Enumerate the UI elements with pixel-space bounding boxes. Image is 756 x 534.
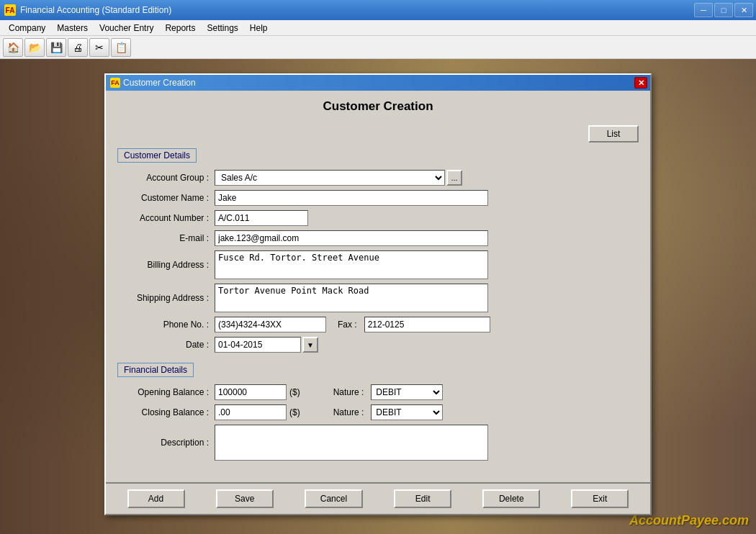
customer-name-row: Customer Name : <box>117 190 639 206</box>
account-number-input[interactable] <box>215 210 308 226</box>
opening-nature-wrapper: Nature : DEBIT CREDIT <box>305 384 444 400</box>
menu-help[interactable]: Help <box>244 22 274 35</box>
phone-input[interactable] <box>215 317 326 332</box>
description-row: Description : <box>117 425 639 461</box>
cancel-button[interactable]: Cancel <box>305 489 363 508</box>
description-input[interactable] <box>215 425 488 461</box>
delete-button[interactable]: Delete <box>482 489 540 508</box>
toolbar-open-button[interactable]: 📂 <box>24 38 45 57</box>
closing-balance-wrapper: ($) Nature : DEBIT CREDIT <box>215 404 443 420</box>
financial-details-section: Financial Details Opening Balance : ($) … <box>117 363 639 461</box>
closing-nature-wrapper: Nature : DEBIT CREDIT <box>305 404 444 420</box>
dialog-app-icon: FA <box>110 78 120 88</box>
opening-nature-select[interactable]: DEBIT CREDIT <box>371 384 443 400</box>
account-group-select[interactable]: Sales A/c Purchase A/c Cash A/c <box>215 170 445 186</box>
account-number-row: Account Number : <box>117 210 639 226</box>
closing-dollar-sign: ($) <box>289 407 300 417</box>
customer-details-label: Customer Details <box>117 148 197 163</box>
account-group-browse-button[interactable]: ... <box>446 170 462 186</box>
dialog-overlay: FA Customer Creation ✕ Customer Creation… <box>0 59 756 534</box>
maximize-button[interactable]: □ <box>714 3 733 17</box>
closing-balance-row: Closing Balance : ($) Nature : DEBIT CRE… <box>117 404 639 420</box>
account-group-select-wrapper: Sales A/c Purchase A/c Cash A/c ... <box>215 170 462 186</box>
dialog-title-text: Customer Creation <box>123 78 196 88</box>
dialog-body: Customer Creation List Customer Details … <box>106 91 650 482</box>
account-group-label: Account Group : <box>117 173 215 183</box>
fax-input[interactable] <box>364 317 490 332</box>
menu-company[interactable]: Company <box>3 22 51 35</box>
main-area: FA Customer Creation ✕ Customer Creation… <box>0 59 756 534</box>
menu-masters[interactable]: Masters <box>51 22 94 35</box>
dialog-heading: Customer Creation <box>117 99 639 114</box>
list-button[interactable]: List <box>588 125 639 142</box>
financial-details-label: Financial Details <box>117 363 194 377</box>
date-picker-button[interactable]: ▼ <box>302 337 318 353</box>
save-button[interactable]: Save <box>216 489 274 508</box>
title-bar-left: FA Financial Accounting (Standard Editio… <box>4 4 171 16</box>
fax-label: Fax : <box>338 320 357 330</box>
customer-name-input[interactable] <box>215 190 488 206</box>
menu-settings[interactable]: Settings <box>201 22 243 35</box>
email-label: E-mail : <box>117 233 215 243</box>
dialog-title-bar: FA Customer Creation ✕ <box>106 75 650 91</box>
email-row: E-mail : <box>117 230 639 246</box>
opening-balance-input[interactable] <box>215 384 287 400</box>
add-button[interactable]: Add <box>127 489 185 508</box>
opening-nature-label: Nature : <box>333 387 364 397</box>
closing-nature-label: Nature : <box>333 407 364 417</box>
shipping-address-input[interactable]: Tortor Avenue Point Mack Road <box>215 284 488 312</box>
shipping-address-label: Shipping Address : <box>117 293 215 303</box>
toolbar-home-button[interactable]: 🏠 <box>3 38 23 57</box>
edit-button[interactable]: Edit <box>394 489 451 508</box>
toolbar-cut-button[interactable]: ✂ <box>89 38 109 57</box>
account-group-row: Account Group : Sales A/c Purchase A/c C… <box>117 170 639 186</box>
billing-address-label: Billing Address : <box>117 260 215 270</box>
customer-creation-dialog: FA Customer Creation ✕ Customer Creation… <box>104 73 652 515</box>
toolbar-save-button[interactable]: 💾 <box>46 38 66 57</box>
closing-balance-input[interactable] <box>215 404 287 420</box>
menu-reports[interactable]: Reports <box>159 22 201 35</box>
app-close-button[interactable]: ✕ <box>734 3 753 17</box>
opening-balance-wrapper: ($) Nature : DEBIT CREDIT <box>215 384 443 400</box>
app-title: Financial Accounting (Standard Edition) <box>20 5 171 15</box>
phone-fax-row: Phone No. : Fax : <box>117 317 639 332</box>
title-bar-controls: ─ □ ✕ <box>694 3 753 17</box>
exit-button[interactable]: Exit <box>571 489 629 508</box>
dialog-title-left: FA Customer Creation <box>110 78 196 88</box>
toolbar-print-button[interactable]: 🖨 <box>68 38 88 57</box>
dialog-close-button[interactable]: ✕ <box>634 77 647 89</box>
billing-address-input[interactable]: Fusce Rd. Tortor. Street Avenue <box>215 250 488 279</box>
toolbar-paste-button[interactable]: 📋 <box>111 38 131 57</box>
description-label: Description : <box>117 438 215 448</box>
minimize-button[interactable]: ─ <box>694 3 713 17</box>
closing-nature-select[interactable]: DEBIT CREDIT <box>371 404 443 420</box>
closing-balance-label: Closing Balance : <box>117 407 215 417</box>
menu-bar: Company Masters Voucher Entry Reports Se… <box>0 20 756 36</box>
shipping-address-row: Shipping Address : Tortor Avenue Point M… <box>117 284 639 312</box>
menu-voucher-entry[interactable]: Voucher Entry <box>94 22 159 35</box>
phone-label: Phone No. : <box>117 320 215 330</box>
opening-balance-label: Opening Balance : <box>117 387 215 397</box>
app-icon: FA <box>4 4 16 16</box>
date-wrapper: ▼ <box>215 337 318 353</box>
date-input[interactable] <box>215 337 301 353</box>
title-bar: FA Financial Accounting (Standard Editio… <box>0 0 756 20</box>
customer-name-label: Customer Name : <box>117 193 215 203</box>
phone-fax-wrapper: Fax : <box>215 317 490 332</box>
billing-address-row: Billing Address : Fusce Rd. Tortor. Stre… <box>117 250 639 279</box>
list-btn-row: List <box>117 125 639 142</box>
app-window: FA Financial Accounting (Standard Editio… <box>0 0 756 534</box>
opening-balance-row: Opening Balance : ($) Nature : DEBIT CRE… <box>117 384 639 400</box>
opening-dollar-sign: ($) <box>289 387 300 397</box>
customer-details-section: Customer Details Account Group : Sales A… <box>117 148 639 353</box>
email-input[interactable] <box>215 230 488 246</box>
date-label: Date : <box>117 340 215 350</box>
account-number-label: Account Number : <box>117 213 215 223</box>
dialog-footer: Add Save Cancel Edit Delete Exit <box>106 482 650 514</box>
date-row: Date : ▼ <box>117 337 639 353</box>
toolbar: 🏠 📂 💾 🖨 ✂ 📋 <box>0 36 756 59</box>
